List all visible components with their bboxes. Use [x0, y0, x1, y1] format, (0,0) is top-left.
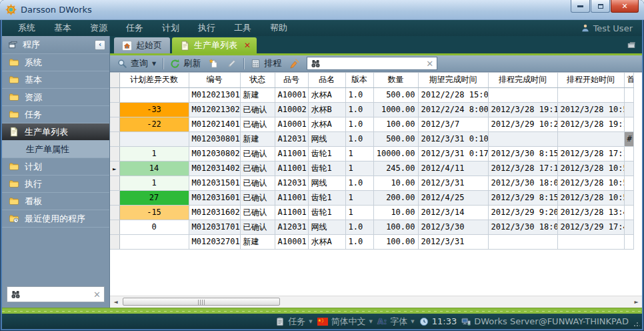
cell-extra[interactable] — [624, 161, 633, 176]
cell-sched_start[interactable] — [557, 234, 624, 249]
cell-qty[interactable]: 500.00 — [373, 131, 418, 146]
table-row[interactable]: M012021301新建A10001水杯A1.0500.002012/2/28 … — [110, 87, 633, 102]
toolbar-search-input[interactable] — [324, 58, 423, 69]
column-header-7[interactable]: 期望完成时间 — [418, 73, 488, 87]
cell-item_name[interactable]: 齿轮1 — [308, 161, 345, 176]
cell-version[interactable]: 1.0 — [345, 87, 373, 102]
cell-sched_finish[interactable]: 2012/3/30 8:15 — [488, 146, 557, 161]
minimize-button[interactable] — [571, 0, 590, 13]
cell-version[interactable]: 1.0 — [345, 234, 373, 249]
sidebar-item[interactable]: 看板 — [2, 193, 109, 210]
statusbar-font-dropdown[interactable]: A: 字体 ▼ — [377, 316, 415, 328]
cell-status[interactable]: 新建 — [240, 131, 275, 146]
menu-item-1[interactable]: 基本 — [45, 20, 81, 36]
cell-item_name[interactable]: 水杯A — [308, 87, 345, 102]
cell-sched_finish[interactable]: 2012/3/29 8:15 — [488, 190, 557, 205]
cell-status[interactable]: 已确认 — [240, 102, 275, 117]
table-row[interactable]: M012032701新建A10001水杯A1.0100.002012/3/31 — [110, 234, 633, 249]
menu-item-0[interactable]: 系统 — [9, 20, 45, 36]
cell-sched_start[interactable] — [557, 131, 624, 146]
cell-status[interactable]: 已确认 — [240, 146, 275, 161]
cell-sched_start[interactable]: 2012/3/28 19:10 — [557, 117, 624, 131]
table-row[interactable]: M012030801新建A12031网线1.0500.002012/3/31 0… — [110, 131, 633, 146]
clean-button[interactable] — [285, 57, 303, 70]
cell-code[interactable]: M012030801 — [189, 131, 240, 146]
sidebar-collapse-button[interactable]: ‹ — [95, 40, 105, 50]
cell-extra[interactable] — [624, 220, 633, 234]
column-header-8[interactable]: 排程完成时间 — [488, 73, 557, 87]
cell-code[interactable]: M012031501 — [189, 176, 240, 190]
cell-code[interactable]: M012021302 — [189, 102, 240, 117]
cell-version[interactable]: 1.0 — [345, 176, 373, 190]
cell-qty[interactable]: 500.00 — [373, 87, 418, 102]
cell-sched_start[interactable]: 2012/3/29 17:46 — [557, 220, 624, 234]
cell-item_no[interactable]: A11001 — [275, 205, 308, 220]
user-indicator[interactable]: Test User — [581, 23, 635, 33]
cell-item_no[interactable]: A10002 — [275, 102, 308, 117]
table-row[interactable]: 27M012031601已确认A11001齿轮11200.002012/4/25… — [110, 190, 633, 205]
schedule-button[interactable]: 排程 — [247, 56, 285, 71]
cell-diff-days[interactable] — [119, 87, 189, 102]
cell-extra[interactable] — [624, 146, 633, 161]
cell-version[interactable]: 1 — [345, 205, 373, 220]
titlebar[interactable]: Darsson DWorks ✕ — [0, 0, 644, 20]
cell-sched_start[interactable]: 2012/3/28 10:52 — [557, 176, 624, 190]
cell-expected_finish[interactable]: 2012/4/11 — [418, 161, 488, 176]
cell-version[interactable]: 1 — [345, 146, 373, 161]
cell-sched_finish[interactable]: 2012/3/30 18:00 — [488, 176, 557, 190]
sidebar-item[interactable]: 资源 — [2, 89, 109, 106]
cell-status[interactable]: 已确认 — [240, 205, 275, 220]
cell-status[interactable]: 已确认 — [240, 220, 275, 234]
cell-item_no[interactable]: A11001 — [275, 161, 308, 176]
table-row[interactable]: ►14M012031402已确认A11001齿轮11245.002012/4/1… — [110, 161, 633, 176]
new-button[interactable] — [205, 57, 223, 70]
cell-sched_finish[interactable]: 2012/3/30 18:00 — [488, 220, 557, 234]
cell-diff-days[interactable]: -15 — [119, 205, 189, 220]
toolbar-search-clear-icon[interactable]: ✕ — [426, 59, 433, 68]
cell-expected_finish[interactable]: 2012/3/31 — [418, 234, 488, 249]
refresh-button[interactable]: 刷新 — [166, 56, 205, 71]
sidebar-item[interactable]: 任务 — [2, 106, 109, 123]
tab-close-icon[interactable]: ✕ — [244, 41, 251, 50]
cell-sched_start[interactable]: 2012/3/28 10:52 — [557, 102, 624, 117]
cell-expected_finish[interactable]: 2012/2/24 8:00 — [418, 102, 488, 117]
cell-sched_finish[interactable]: 2012/3/29 9:20 — [488, 205, 557, 220]
cell-expected_finish[interactable]: 2012/4/25 — [418, 190, 488, 205]
table-row[interactable]: 0M012031701已确认A12031网线1.0100.002012/3/30… — [110, 220, 633, 234]
toolbar-search-box[interactable]: ✕ — [307, 57, 437, 70]
cell-diff-days[interactable]: 1 — [119, 176, 189, 190]
cell-item_no[interactable]: A12031 — [275, 131, 308, 146]
cell-item_no[interactable]: A10001 — [275, 87, 308, 102]
column-header-4[interactable]: 品名 — [308, 73, 345, 87]
column-header-5[interactable]: 版本 — [345, 73, 373, 87]
cell-version[interactable]: 1 — [345, 161, 373, 176]
cell-item_no[interactable]: A12031 — [275, 176, 308, 190]
cell-status[interactable]: 已确认 — [240, 176, 275, 190]
cell-qty[interactable]: 200.00 — [373, 190, 418, 205]
column-header-partial[interactable]: 首 — [624, 73, 633, 87]
scroll-left-arrow[interactable]: ◄ — [110, 296, 121, 308]
sidebar-item[interactable]: 计划 — [2, 158, 109, 176]
cell-item_name[interactable]: 网线 — [308, 176, 345, 190]
cell-status[interactable]: 新建 — [240, 234, 275, 249]
cell-expected_finish[interactable]: 2012/3/31 0:17 — [418, 146, 488, 161]
cell-item_name[interactable]: 网线 — [308, 220, 345, 234]
dropdown-caret-icon[interactable]: ▼ — [152, 61, 156, 67]
cell-qty[interactable]: 10.00 — [373, 176, 418, 190]
cell-version[interactable]: 1 — [345, 190, 373, 205]
sidebar-item[interactable]: 系统 — [2, 54, 109, 71]
table-row[interactable]: -33M012021302已确认A10002水杯B1.01000.002012/… — [110, 102, 633, 117]
menu-item-7[interactable]: 帮助 — [261, 20, 297, 36]
cell-expected_finish[interactable]: 2012/3/31 0:10 — [418, 131, 488, 146]
tab-production-order-list[interactable]: 生产单列表 ✕ — [172, 37, 257, 53]
menu-item-3[interactable]: 任务 — [117, 20, 153, 36]
cell-qty[interactable]: 100.00 — [373, 220, 418, 234]
cell-code[interactable]: M012031602 — [189, 205, 240, 220]
cell-extra[interactable] — [624, 102, 633, 117]
cell-status[interactable]: 已确认 — [240, 161, 275, 176]
cell-code[interactable]: M012032701 — [189, 234, 240, 249]
sidebar-item[interactable]: 生产单列表 — [2, 123, 109, 141]
cell-diff-days[interactable]: 27 — [119, 190, 189, 205]
cell-code[interactable]: M012031601 — [189, 190, 240, 205]
cell-expected_finish[interactable]: 2012/3/14 — [418, 205, 488, 220]
